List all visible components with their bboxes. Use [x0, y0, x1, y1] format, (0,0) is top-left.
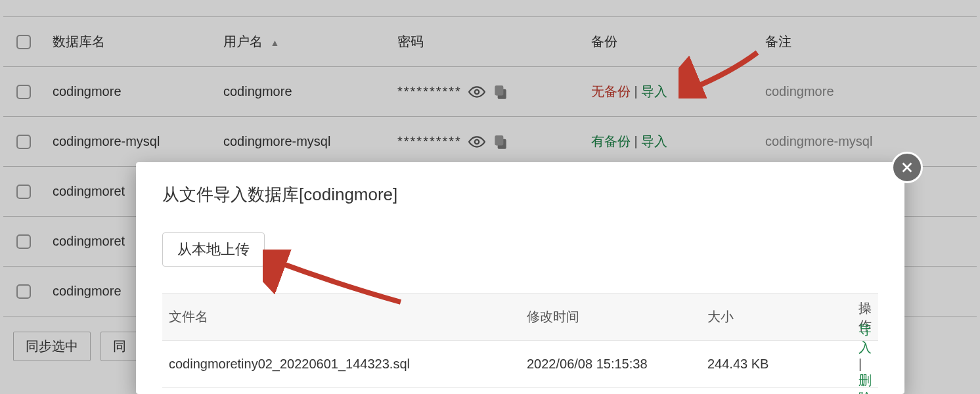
- close-icon: [900, 160, 914, 175]
- file-table: 文件名 修改时间 大小 操作 codingmoretiny02_20220601…: [162, 293, 878, 388]
- header-filename: 文件名: [169, 308, 527, 326]
- header-size: 大小: [707, 308, 858, 326]
- file-ops: 导入 | 删除: [858, 321, 872, 394]
- file-size: 244.43 KB: [707, 357, 858, 372]
- file-delete-link[interactable]: 删除: [858, 373, 872, 394]
- upload-local-button[interactable]: 从本地上传: [162, 232, 265, 267]
- file-table-header: 文件名 修改时间 大小 操作: [162, 294, 878, 341]
- header-mtime: 修改时间: [527, 308, 707, 326]
- close-button[interactable]: [891, 152, 923, 183]
- file-row[interactable]: codingmoretiny02_20220601_144323.sql 202…: [162, 341, 878, 388]
- modal-title: 从文件导入数据库[codingmore]: [136, 162, 904, 213]
- import-db-modal: 从文件导入数据库[codingmore] 从本地上传 文件名 修改时间 大小 操…: [136, 162, 904, 394]
- separator: |: [858, 357, 862, 371]
- file-import-link[interactable]: 导入: [858, 322, 872, 355]
- file-mtime: 2022/06/08 15:15:38: [527, 357, 707, 372]
- file-name: codingmoretiny02_20220601_144323.sql: [169, 357, 527, 372]
